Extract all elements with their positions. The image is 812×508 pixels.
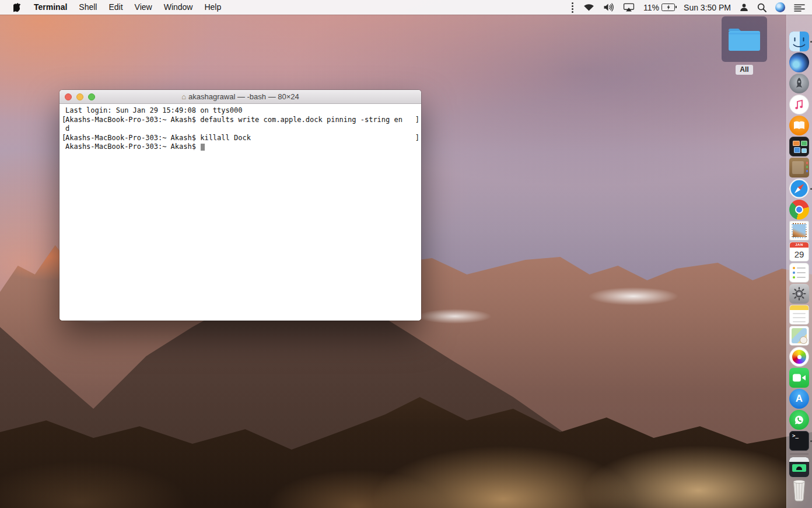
folder-label: All bbox=[736, 65, 752, 75]
dock-item-contacts[interactable] bbox=[789, 158, 809, 178]
dock-item-finder[interactable] bbox=[789, 32, 809, 51]
line-mark-right: ] bbox=[415, 116, 419, 125]
dock-item-terminal[interactable]: >_ bbox=[789, 431, 809, 451]
desktop-screen: Terminal Shell Edit View Window Help bbox=[0, 0, 812, 508]
mail-stamp-icon bbox=[789, 221, 809, 241]
desktop-folder-all[interactable]: All bbox=[722, 16, 767, 75]
dock-item-photos[interactable] bbox=[789, 347, 809, 367]
terminal-app-icon: >_ bbox=[789, 431, 809, 451]
contacts-book-icon bbox=[789, 158, 809, 178]
calendar-icon: JAN 29 bbox=[789, 242, 809, 262]
user-icon[interactable] bbox=[740, 3, 748, 12]
calendar-day: 29 bbox=[790, 248, 808, 261]
terminal-content[interactable]: Last login: Sun Jan 29 15:49:08 on ttys0… bbox=[60, 104, 421, 321]
trash-icon bbox=[789, 478, 809, 503]
menu-item-edit[interactable]: Edit bbox=[103, 0, 128, 15]
itunes-music-note-icon bbox=[789, 95, 809, 114]
dock-item-itunes[interactable] bbox=[789, 95, 809, 114]
home-icon: ⌂ bbox=[181, 92, 186, 101]
status-dots-icon[interactable] bbox=[570, 1, 575, 14]
dock-item-trash[interactable] bbox=[789, 478, 809, 503]
dock-item-android-app[interactable] bbox=[789, 457, 809, 477]
spotlight-search-icon[interactable] bbox=[757, 3, 766, 12]
terminal-line: d bbox=[62, 124, 420, 134]
battery-percent: 11% bbox=[643, 3, 659, 12]
reminders-icon bbox=[789, 263, 809, 283]
dock-item-mail[interactable] bbox=[789, 221, 809, 241]
selection-highlight bbox=[722, 16, 767, 62]
apple-menu[interactable] bbox=[7, 3, 28, 12]
dock-item-system-preferences[interactable] bbox=[789, 284, 809, 304]
dock-item-ibooks[interactable] bbox=[789, 116, 809, 135]
menu-item-app-name[interactable]: Terminal bbox=[28, 0, 73, 15]
menu-bar-status-area: 11% Sun 3:50 PM bbox=[570, 1, 812, 14]
siri-app-icon bbox=[789, 53, 809, 72]
safari-compass-icon bbox=[789, 179, 809, 199]
dock-item-siri[interactable] bbox=[789, 53, 809, 72]
window-title: ⌂akashagrawal — -bash — 80×24 bbox=[60, 92, 421, 101]
terminal-line: Last login: Sun Jan 29 15:49:08 on ttys0… bbox=[62, 106, 420, 116]
wifi-icon[interactable] bbox=[583, 3, 594, 12]
chrome-icon bbox=[789, 200, 809, 220]
dock-item-app-store[interactable]: A bbox=[789, 389, 809, 409]
gear-icon bbox=[789, 284, 809, 304]
launchpad-rocket-icon bbox=[789, 74, 809, 93]
dock-divider bbox=[790, 454, 808, 454]
photos-pinwheel-icon bbox=[789, 347, 809, 367]
terminal-text: d bbox=[65, 124, 69, 134]
terminal-text: Last login: Sun Jan 29 15:49:08 on ttys0… bbox=[65, 106, 242, 116]
whatsapp-icon bbox=[789, 410, 809, 430]
dock-item-calendar[interactable]: JAN 29 bbox=[789, 242, 809, 262]
terminal-window: ⌂akashagrawal — -bash — 80×24 Last login… bbox=[60, 90, 421, 321]
terminal-prompt-line: Akashs-MacBook-Pro-303:~ Akash$ bbox=[62, 142, 420, 152]
dock-item-safari[interactable] bbox=[789, 179, 809, 199]
notification-center-icon[interactable] bbox=[794, 4, 805, 12]
apple-logo-icon bbox=[13, 3, 22, 12]
menu-bar: Terminal Shell Edit View Window Help bbox=[0, 0, 812, 15]
terminal-text: Akashs-MacBook-Pro-303:~ Akash$ killall … bbox=[65, 134, 251, 143]
finder-icon bbox=[789, 32, 809, 51]
menu-item-help[interactable]: Help bbox=[198, 0, 227, 15]
terminal-cursor bbox=[201, 144, 205, 151]
folder-icon bbox=[727, 26, 761, 53]
dock-item-whatsapp[interactable] bbox=[789, 410, 809, 430]
app-store-letter: A bbox=[796, 393, 803, 405]
dock-item-chrome[interactable] bbox=[789, 200, 809, 220]
siri-icon[interactable] bbox=[775, 2, 785, 12]
menu-bar-left: Terminal Shell Edit View Window Help bbox=[0, 0, 227, 15]
dock-item-launchpad[interactable] bbox=[789, 74, 809, 93]
terminal-line: [ Akashs-MacBook-Pro-303:~ Akash$ killal… bbox=[62, 134, 420, 143]
volume-icon[interactable] bbox=[603, 3, 614, 12]
menu-item-window[interactable]: Window bbox=[158, 0, 199, 15]
app-store-icon: A bbox=[789, 389, 809, 409]
airplay-display-icon[interactable] bbox=[623, 3, 635, 12]
terminal-line: [ Akashs-MacBook-Pro-303:~ Akash$ defaul… bbox=[62, 116, 420, 125]
menu-bar-clock[interactable]: Sun 3:50 PM bbox=[684, 3, 731, 12]
battery-status[interactable]: 11% bbox=[643, 3, 675, 12]
terminal-prompt-glyph: >_ bbox=[792, 433, 799, 439]
ibooks-open-book-icon bbox=[789, 116, 809, 135]
android-robot-icon bbox=[789, 457, 809, 477]
terminal-prompt: Akashs-MacBook-Pro-303:~ Akash$ bbox=[65, 142, 200, 152]
dock-item-maps[interactable] bbox=[789, 326, 809, 346]
menu-item-shell[interactable]: Shell bbox=[73, 0, 103, 15]
dock: JAN 29 bbox=[786, 15, 812, 508]
terminal-text: Akashs-MacBook-Pro-303:~ Akash$ defaults… bbox=[65, 116, 402, 125]
facetime-camera-icon bbox=[789, 368, 809, 388]
mission-control-icon bbox=[789, 137, 809, 156]
dock-item-facetime[interactable] bbox=[789, 368, 809, 388]
battery-charging-icon bbox=[662, 4, 675, 11]
menu-item-view[interactable]: View bbox=[129, 0, 158, 15]
notes-icon bbox=[789, 305, 809, 325]
compass-badge-icon bbox=[800, 336, 807, 344]
dock-item-reminders[interactable] bbox=[789, 263, 809, 283]
line-mark-right: ] bbox=[415, 134, 419, 143]
maps-icon bbox=[789, 326, 809, 346]
dock-item-notes[interactable] bbox=[789, 305, 809, 325]
calendar-month: JAN bbox=[790, 242, 808, 248]
dock-item-mission-control[interactable] bbox=[789, 137, 809, 156]
terminal-titlebar[interactable]: ⌂akashagrawal — -bash — 80×24 bbox=[60, 90, 421, 104]
